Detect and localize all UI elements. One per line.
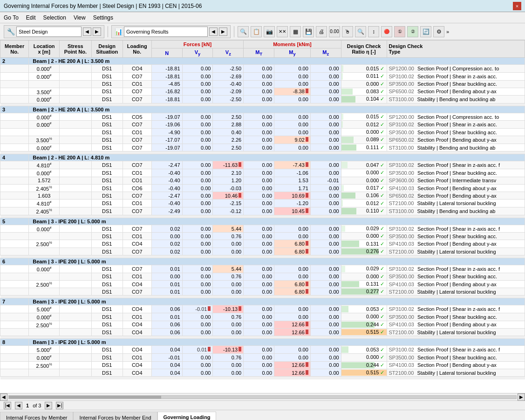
cell-member: [0, 177, 29, 184]
scrollbar-track[interactable]: [8, 395, 517, 399]
zoom-button[interactable]: 🔍: [355, 26, 366, 37]
cell-My: 9.02: [274, 136, 311, 144]
cell-My: 0.00: [274, 121, 311, 129]
menu-view[interactable]: View: [74, 14, 86, 21]
cell-Vz: -2.69: [213, 72, 244, 80]
tab-governing-loading[interactable]: Governing Loading: [157, 412, 217, 420]
horizontal-scrollbar[interactable]: ◀ ▶: [0, 393, 525, 400]
cell-ratio: 0.015 ✓: [341, 65, 387, 73]
table-row: DS1 CO7 0.01 0.00 0.00 0.00 6.80 0.00 0.…: [0, 288, 525, 296]
refresh-button[interactable]: 🔄: [420, 26, 431, 37]
cell-MT: 0.00: [244, 80, 274, 88]
search-button[interactable]: 🔍: [238, 26, 249, 37]
value-button[interactable]: 0.00: [329, 26, 340, 37]
cell-location: 0.000≠: [29, 313, 60, 321]
cell-stress-pt: [60, 144, 92, 151]
cell-N: -2.49: [151, 207, 182, 215]
cell-design-type: SP3100.02 Section Proof | Shear in z-axi…: [387, 265, 525, 273]
cell-MT: 0.00: [244, 72, 274, 80]
scroll-left-btn[interactable]: ◀: [0, 393, 7, 401]
nav-prev-left[interactable]: ◀: [83, 28, 91, 36]
layout-button[interactable]: ↕: [368, 26, 379, 37]
ref2-button[interactable]: ②: [407, 26, 418, 37]
cell-loading: CO6: [123, 184, 151, 192]
close-button[interactable]: ×: [513, 2, 521, 10]
cell-design-type: ST2100.00 Stability | Lateral torsional …: [387, 200, 525, 207]
table-container: MemberNo. Locationx [m] StressPoint No. …: [0, 40, 525, 393]
cell-Vz: 0.00: [213, 361, 244, 369]
page-last-btn[interactable]: ▶|: [56, 402, 63, 409]
cell-ratio: 0.053 ✓: [341, 346, 387, 354]
cell-stress-pt: [60, 233, 92, 240]
cell-MT: 0.00: [244, 88, 274, 96]
page-prev-btn[interactable]: ◀: [15, 402, 22, 409]
bottom-tabs: Internal Forces by Member Internal Force…: [0, 410, 525, 420]
table-row: 0.000≠ DS1 CO7 -18.81 0.00 -2.69 0.00 0.…: [0, 72, 525, 80]
cell-loading: CO5: [123, 113, 151, 121]
cell-ratio: 0.015 ✓: [341, 113, 387, 121]
page-next-btn[interactable]: ▶: [45, 402, 52, 409]
cell-Mz: 0.00: [310, 225, 341, 233]
cell-ratio: 0.000 ✓: [341, 273, 387, 280]
cell-N: 0.01: [151, 280, 182, 288]
nav-next-left[interactable]: ▶: [93, 28, 101, 36]
color-button[interactable]: 🔴: [381, 26, 392, 37]
cell-stress-pt: [60, 80, 92, 88]
cell-situation: DS1: [91, 129, 123, 136]
cell-stress-pt: [60, 280, 92, 288]
cell-situation: DS1: [91, 136, 123, 144]
settings-icon-button[interactable]: ⚙: [433, 26, 444, 37]
tab-internal-forces-end[interactable]: Internal Forces by Member End: [73, 412, 157, 420]
cell-member: [0, 248, 29, 255]
cell-stress-pt: [60, 177, 92, 184]
cell-design-type: SP3500.00 Section Proof | Shear buckling…: [387, 313, 525, 321]
current-page: 1: [26, 403, 29, 408]
screenshot-button[interactable]: 📷: [264, 26, 275, 37]
menu-settings[interactable]: Settings: [93, 14, 113, 21]
steel-design-dropdown[interactable]: Steel Design: [16, 27, 82, 37]
menu-edit[interactable]: Edit: [26, 14, 36, 21]
nav-prev-right[interactable]: ◀: [209, 28, 218, 36]
cell-Vz: 5.44: [213, 225, 244, 233]
scrollbar-thumb[interactable]: [9, 396, 161, 399]
ref1-button[interactable]: ①: [394, 26, 405, 37]
table-row: 3.500≠ DS1 CO7 -16.82 0.00 -2.09 0.00 -8…: [0, 88, 525, 96]
grid-button[interactable]: ▦: [290, 26, 301, 37]
cell-MT: 0.00: [244, 321, 274, 329]
table-row: 2.500½ DS1 CO4 0.04 0.00 0.00 0.00 12.66…: [0, 361, 525, 369]
export-button[interactable]: ✕✕: [277, 26, 288, 37]
print-button[interactable]: 🖨: [316, 26, 327, 37]
cell-member: [0, 280, 29, 288]
cell-ratio: 0.104 ✓: [341, 96, 387, 103]
page-first-btn[interactable]: |◀: [4, 402, 11, 409]
cell-Mz: 0.00: [310, 313, 341, 321]
cell-loading: CO1: [123, 200, 151, 207]
tab-internal-forces-member[interactable]: Internal Forces by Member: [0, 412, 73, 420]
cell-member: [0, 88, 29, 96]
col-Vz: Vz: [213, 48, 244, 58]
member-header: 3Beam | 2 - HE 200 A | L: 3.500 m: [0, 106, 525, 113]
scroll-right-btn[interactable]: ▶: [518, 393, 525, 401]
cell-MT: 0.00: [244, 225, 274, 233]
cell-situation: DS1: [91, 184, 123, 192]
cursor-button[interactable]: 🖱: [342, 26, 353, 37]
cell-member: [0, 184, 29, 192]
menu-selection[interactable]: Selection: [43, 14, 66, 21]
cell-N: 0.02: [151, 240, 182, 248]
cell-ratio: 0.131 ✓: [341, 240, 387, 248]
results-dropdown[interactable]: Governing Results: [124, 27, 208, 37]
cell-MT: 0.00: [244, 248, 274, 255]
cell-location: [29, 129, 60, 136]
nav-next-right[interactable]: ▶: [219, 28, 227, 36]
cell-loading: CO1: [123, 177, 151, 184]
save-button[interactable]: 💾: [303, 26, 314, 37]
menu-goto[interactable]: Go To: [4, 14, 19, 21]
cell-N: -0.40: [151, 200, 182, 207]
cell-member: [0, 65, 29, 73]
cell-ratio: 0.131 ✓: [341, 280, 387, 288]
clipboard-button[interactable]: 📋: [251, 26, 262, 37]
cell-N: -18.81: [151, 72, 182, 80]
cell-Mz: 0.00: [310, 169, 341, 177]
cell-stress-pt: [60, 346, 92, 354]
cell-MT: 0.00: [244, 177, 274, 184]
